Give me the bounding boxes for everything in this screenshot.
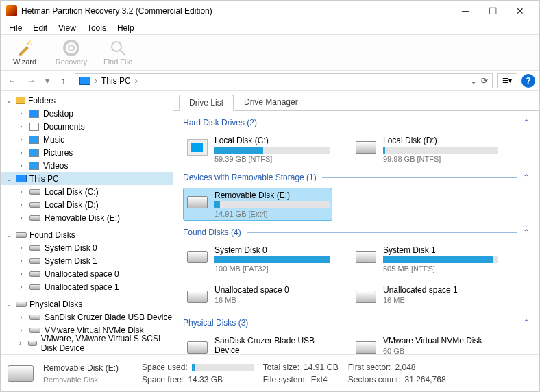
help-button[interactable]: ? <box>521 74 535 88</box>
up-button[interactable]: ↑ <box>56 73 71 88</box>
drive-icon <box>16 302 27 307</box>
status-fs-label: File system: <box>263 375 307 384</box>
maximize-button[interactable]: ☐ <box>479 2 506 20</box>
tree-item-label: VMware, VMware Virtual S SCSI Disk Devic… <box>41 334 173 353</box>
svg-point-3 <box>69 45 74 51</box>
drive-card[interactable]: SanDisk Cruzer Blade USB Device14.91 GB <box>183 333 332 354</box>
usage-bar <box>214 147 330 154</box>
collapse-icon[interactable]: ⌄ <box>5 97 13 104</box>
section-header[interactable]: Found Disks (4)⌃ <box>183 228 530 237</box>
tree-item[interactable]: ›SanDisk Cruzer Blade USB Device <box>1 310 173 323</box>
minimize-button[interactable]: ─ <box>452 2 479 20</box>
forward-button[interactable]: → <box>24 73 39 88</box>
tree-item[interactable]: ›System Disk 1 <box>1 254 173 267</box>
drive-icon <box>8 365 34 382</box>
chevron-up-icon[interactable]: ⌃ <box>523 228 530 237</box>
expand-icon[interactable]: › <box>17 257 25 265</box>
usage-bar <box>214 201 330 208</box>
tree-item[interactable]: ›Unallocated space 1 <box>1 280 173 293</box>
expand-icon[interactable]: › <box>17 214 25 221</box>
expand-icon[interactable]: › <box>17 162 25 169</box>
chevron-up-icon[interactable]: ⌃ <box>523 118 530 127</box>
chevron-up-icon[interactable]: ⌃ <box>523 318 530 328</box>
tree-item-label: System Disk 1 <box>45 256 97 266</box>
drive-card[interactable]: Removable Disk (E:)14.91 GB [Ext4] <box>183 188 332 221</box>
tree-group-folders[interactable]: ⌄Folders <box>1 94 173 107</box>
expand-icon[interactable]: › <box>17 136 25 143</box>
tree-item[interactable]: ›Local Disk (D:) <box>1 198 173 211</box>
tree-item[interactable]: ›Music <box>1 133 173 146</box>
hist-dropdown[interactable]: ▾ <box>43 73 51 88</box>
expand-icon[interactable]: › <box>17 123 25 130</box>
tree-item[interactable]: ›Documents <box>1 120 173 133</box>
folder-type-icon <box>29 110 39 118</box>
expand-icon[interactable]: › <box>17 201 25 208</box>
tree-item[interactable]: ›Local Disk (C:) <box>1 185 173 198</box>
menu-tools[interactable]: Tools <box>82 22 112 34</box>
section-header[interactable]: Hard Disk Drives (2)⌃ <box>183 118 530 127</box>
collapse-icon[interactable]: ⌄ <box>5 175 13 182</box>
tree-item[interactable]: ›Removable Disk (E:) <box>1 211 173 224</box>
expand-icon[interactable]: › <box>17 244 25 252</box>
status-disk-name: Removable Disk (E:) <box>43 363 132 373</box>
drive-icon <box>29 258 40 264</box>
drive-card[interactable]: Local Disk (C:)59.39 GB [NTFS] <box>183 133 332 166</box>
tab-drive-manager[interactable]: Drive Manager <box>234 94 308 110</box>
wizard-button[interactable]: Wizard <box>5 40 45 66</box>
breadcrumb-root[interactable]: This PC <box>101 76 131 86</box>
collapse-icon[interactable]: ⌄ <box>5 300 13 308</box>
close-button[interactable]: ✕ <box>506 2 534 20</box>
drive-card[interactable]: System Disk 0100 MB [FAT32] <box>183 243 332 275</box>
expand-icon[interactable]: › <box>17 313 25 321</box>
expand-icon[interactable]: › <box>17 270 25 278</box>
findfile-button[interactable]: Find File <box>98 40 138 66</box>
drive-card[interactable]: Unallocated space 016 MB <box>183 282 332 311</box>
drive-meta: 16 MB <box>383 296 498 304</box>
tree-item[interactable]: ›Unallocated space 0 <box>1 267 173 280</box>
addr-dropdown-icon[interactable]: ⌄ <box>470 76 477 86</box>
drive-meta: 505 MB [NTFS] <box>383 265 498 273</box>
status-free-value: 14.33 GB <box>188 375 223 384</box>
tree-label: Physical Disks <box>29 299 82 309</box>
section-header[interactable]: Devices with Removable Storage (1)⌃ <box>183 173 530 182</box>
tree-group-found[interactable]: ⌄Found Disks <box>1 228 173 241</box>
chevron-up-icon[interactable]: ⌃ <box>523 173 530 182</box>
tree-group-thispc[interactable]: ⌄This PC <box>1 172 173 185</box>
menu-help[interactable]: Help <box>112 22 140 34</box>
expand-icon[interactable]: › <box>17 283 25 291</box>
address-bar[interactable]: › This PC › ⌄ ⟳ <box>75 73 493 88</box>
tree-item[interactable]: ›Pictures <box>1 146 173 159</box>
tree-group-physical[interactable]: ⌄Physical Disks <box>1 297 173 310</box>
drive-card[interactable]: System Disk 1505 MB [NTFS] <box>352 243 501 275</box>
tree-item[interactable]: ›VMware, VMware Virtual S SCSI Disk Devi… <box>1 336 173 350</box>
drive-icon <box>29 189 40 195</box>
menu-view[interactable]: View <box>53 22 82 34</box>
expand-icon[interactable]: › <box>17 149 25 156</box>
menu-edit[interactable]: Edit <box>27 22 53 34</box>
section-header[interactable]: Physical Disks (3)⌃ <box>183 318 530 328</box>
tab-drive-list[interactable]: Drive List <box>179 95 234 111</box>
section-found: Found Disks (4)⌃System Disk 0100 MB [FAT… <box>183 228 530 311</box>
tree-item-label: Music <box>43 135 64 145</box>
view-mode-button[interactable]: ☰▾ <box>497 73 517 88</box>
collapse-icon[interactable]: ⌄ <box>5 231 13 238</box>
drive-card[interactable]: VMware Virtual NVMe Disk60 GB <box>352 333 501 354</box>
tree-item[interactable]: ›Desktop <box>1 107 173 120</box>
tree-label: Found Disks <box>29 230 75 240</box>
tree-item[interactable]: ›System Disk 0 <box>1 241 173 254</box>
expand-icon[interactable]: › <box>17 188 25 195</box>
recovery-button[interactable]: Recovery <box>51 40 91 66</box>
folder-type-icon <box>29 123 39 131</box>
expand-icon[interactable]: › <box>17 326 25 334</box>
tree-item-label: Pictures <box>43 148 73 158</box>
drive-name: Local Disk (D:) <box>383 136 498 145</box>
expand-icon[interactable]: › <box>17 339 24 347</box>
drive-card[interactable]: Unallocated space 116 MB <box>352 282 501 311</box>
back-button[interactable]: ← <box>5 73 20 88</box>
drive-card[interactable]: Local Disk (D:)99.98 GB [NTFS] <box>352 133 501 166</box>
menu-file[interactable]: File <box>3 22 27 34</box>
tree-item-label: Local Disk (D:) <box>45 200 99 210</box>
tree-item[interactable]: ›Videos <box>1 159 173 172</box>
refresh-icon[interactable]: ⟳ <box>481 76 488 86</box>
expand-icon[interactable]: › <box>17 110 25 117</box>
